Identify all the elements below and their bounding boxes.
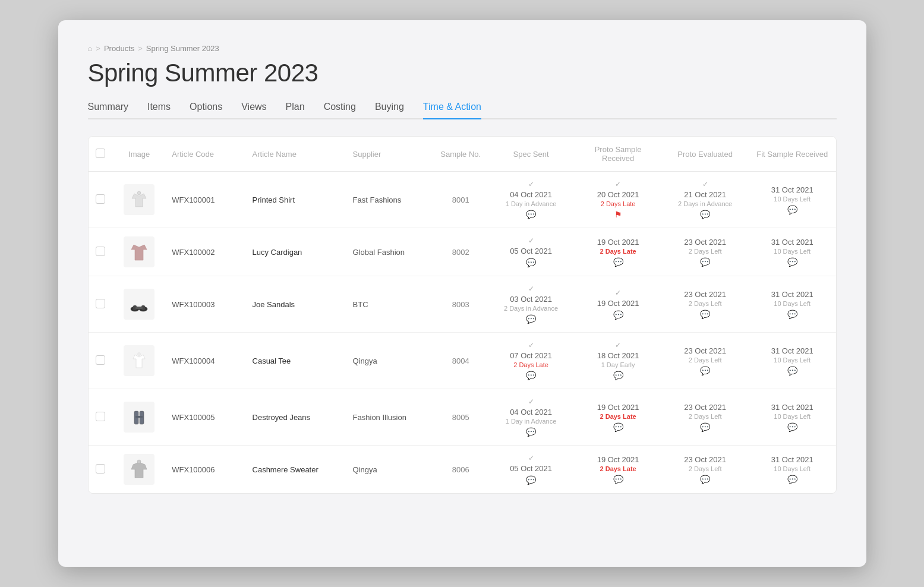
svg-point-10: [138, 353, 141, 356]
svg-rect-3: [127, 292, 151, 316]
check-icon: ✓: [615, 341, 621, 349]
date-status: 2 Days Left: [689, 248, 722, 255]
svg-rect-8: [135, 307, 143, 309]
date-value: 18 Oct 2021: [597, 351, 639, 360]
row-checkbox[interactable]: [96, 194, 105, 204]
cell-image: [112, 276, 166, 333]
product-image: [124, 454, 154, 485]
tab-plan[interactable]: Plan: [286, 102, 305, 119]
cell-article-code: WFX100003: [166, 276, 246, 333]
check-icon: ✓: [528, 397, 534, 406]
sample-no-value: 8002: [452, 248, 469, 257]
product-image: [124, 236, 154, 267]
comment-icon[interactable]: 💬: [526, 475, 536, 485]
sample-no-value: 8001: [452, 195, 469, 204]
breadcrumb-sep2: >: [138, 44, 143, 53]
cell-image: [112, 172, 166, 228]
tab-summary[interactable]: Summary: [88, 102, 128, 119]
cell-protoReceived: 19 Oct 2021 2 Days Late 💬: [575, 389, 662, 446]
tab-options[interactable]: Options: [190, 102, 222, 119]
comment-icon[interactable]: 💬: [787, 257, 797, 267]
row-checkbox-cell[interactable]: [89, 446, 113, 494]
home-icon[interactable]: ⌂: [88, 44, 93, 53]
product-image: [124, 402, 154, 433]
col-proto-evaluated: Proto Evaluated: [661, 137, 749, 172]
article-name-value: Printed Shirt: [253, 195, 295, 204]
row-checkbox-cell[interactable]: [89, 389, 113, 446]
date-value: 23 Oct 2021: [684, 290, 726, 299]
flag-icon[interactable]: ⚑: [614, 210, 622, 219]
cell-protoReceived: 19 Oct 2021 2 Days Late 💬: [575, 446, 662, 494]
comment-icon[interactable]: 💬: [700, 210, 710, 219]
breadcrumb-products[interactable]: Products: [104, 44, 134, 53]
tab-items[interactable]: Items: [147, 102, 171, 119]
row-checkbox-cell[interactable]: [89, 276, 113, 333]
date-value: 19 Oct 2021: [597, 403, 639, 412]
tab-buying[interactable]: Buying: [375, 102, 404, 119]
comment-icon[interactable]: 💬: [613, 422, 623, 432]
row-checkbox[interactable]: [96, 299, 105, 308]
comment-icon[interactable]: 💬: [700, 257, 710, 267]
cell-supplier: Fast Fashions: [347, 172, 434, 228]
sample-no-value: 8006: [452, 465, 469, 474]
article-code-value: WFX100004: [172, 356, 215, 365]
cell-sample-no: 8003: [434, 276, 487, 333]
cell-sample-no: 8002: [434, 228, 487, 276]
cell-image: [112, 446, 166, 494]
row-checkbox[interactable]: [96, 247, 105, 256]
date-status: 2 Days Late: [600, 248, 636, 255]
article-name-value: Joe Sandals: [253, 300, 295, 309]
row-checkbox-cell[interactable]: [89, 172, 113, 228]
row-checkbox-cell[interactable]: [89, 228, 113, 276]
date-value: 23 Oct 2021: [684, 403, 726, 412]
comment-icon[interactable]: 💬: [526, 314, 536, 324]
row-checkbox[interactable]: [96, 412, 105, 421]
tab-time-action[interactable]: Time & Action: [423, 102, 481, 119]
comment-icon[interactable]: 💬: [700, 422, 710, 432]
col-article-code: Article Code: [166, 137, 246, 172]
comment-icon[interactable]: 💬: [613, 310, 623, 320]
comment-icon[interactable]: 💬: [787, 475, 797, 484]
header-checkbox[interactable]: [89, 137, 113, 172]
row-checkbox-cell[interactable]: [89, 333, 113, 389]
comment-icon[interactable]: 💬: [613, 371, 623, 380]
breadcrumb-sep1: >: [96, 44, 100, 53]
comment-icon[interactable]: 💬: [526, 371, 536, 380]
row-checkbox[interactable]: [96, 355, 105, 365]
row-checkbox[interactable]: [96, 464, 105, 474]
cell-sample-no: 8001: [434, 172, 487, 228]
date-value: 05 Oct 2021: [510, 247, 552, 255]
comment-icon[interactable]: 💬: [700, 366, 710, 375]
product-image: [124, 184, 154, 215]
table-row: WFX100004 Casual Tee Qingya 8004 ✓ 07 Oc…: [89, 333, 836, 389]
cell-supplier: Qingya: [347, 446, 434, 494]
comment-icon[interactable]: 💬: [526, 427, 536, 437]
cell-specSent: ✓ 05 Oct 2021 💬: [487, 446, 575, 494]
supplier-value: BTC: [353, 300, 368, 309]
table-row: WFX100006 Cashmere Sweater Qingya 8006 ✓…: [89, 446, 836, 494]
date-value: 07 Oct 2021: [510, 351, 552, 360]
comment-icon[interactable]: 💬: [700, 310, 710, 319]
date-status: 1 Day in Advance: [506, 200, 557, 207]
comment-icon[interactable]: 💬: [613, 475, 623, 484]
comment-icon[interactable]: 💬: [700, 475, 710, 484]
date-value: 19 Oct 2021: [597, 299, 639, 308]
article-name-value: Casual Tee: [253, 356, 291, 365]
comment-icon[interactable]: 💬: [787, 422, 797, 432]
article-name-value: Lucy Cardigan: [253, 248, 302, 257]
tab-costing[interactable]: Costing: [324, 102, 356, 119]
comment-icon[interactable]: 💬: [526, 258, 536, 267]
comment-icon[interactable]: 💬: [613, 257, 623, 267]
comment-icon[interactable]: 💬: [787, 205, 797, 214]
date-status: 1 Day in Advance: [506, 418, 557, 425]
select-all-checkbox[interactable]: [96, 149, 105, 158]
date-value: 03 Oct 2021: [510, 295, 552, 304]
comment-icon[interactable]: 💬: [526, 210, 536, 219]
sample-no-value: 8005: [452, 413, 469, 422]
date-value: 31 Oct 2021: [771, 403, 813, 412]
tab-views[interactable]: Views: [241, 102, 266, 119]
cell-fitReceived: 31 Oct 2021 10 Days Left 💬: [749, 389, 836, 446]
comment-icon[interactable]: 💬: [787, 366, 797, 375]
comment-icon[interactable]: 💬: [787, 310, 797, 319]
date-status: 2 Days Left: [689, 356, 722, 364]
